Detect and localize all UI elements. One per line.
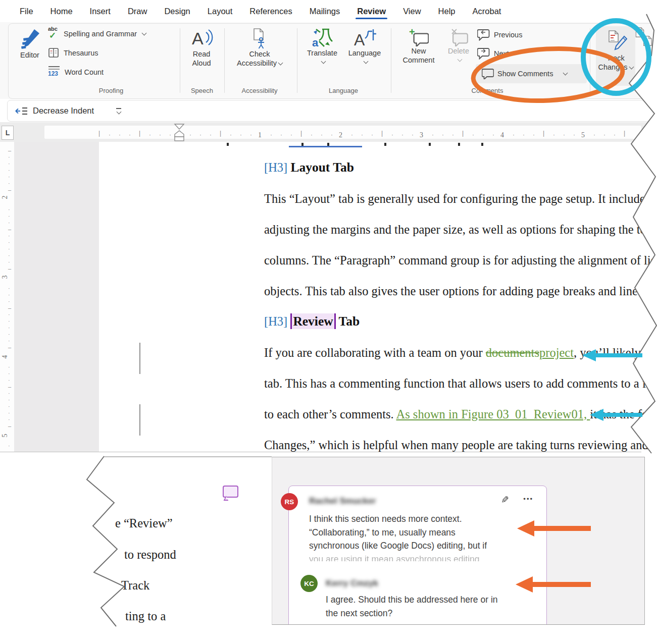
translate-button[interactable]: a Translate <box>304 27 340 63</box>
new-comment-icon: + <box>409 27 429 46</box>
group-separator <box>297 28 297 93</box>
previous-comment-button[interactable]: Previous <box>477 27 522 42</box>
comment-text: I think this section needs more context.… <box>309 512 487 561</box>
menu-tab-design[interactable]: Design <box>156 2 198 20</box>
svg-text:A: A <box>354 31 365 48</box>
menu-tab-layout[interactable]: Layout <box>199 2 241 20</box>
decrease-indent-split-chevron[interactable] <box>116 108 121 114</box>
menu-tab-draw[interactable]: Draw <box>119 2 156 20</box>
show-comments-button[interactable]: Show Comments <box>476 64 587 83</box>
vruler-number: 3 <box>1 276 9 279</box>
track-changes-icon <box>604 29 627 53</box>
doc-fragment: Track <box>121 578 149 593</box>
heading-layout-tab: [H3] Layout Tab <box>264 160 354 175</box>
menu-tab-insert[interactable]: Insert <box>81 2 119 20</box>
more-options-icon[interactable]: ••• <box>523 495 533 503</box>
menu-tab-view[interactable]: View <box>394 2 429 20</box>
hruler-number: 5 <box>581 131 585 139</box>
comment-anchor-bubble-icon[interactable] <box>223 486 238 498</box>
word-count-123-icon: 123 <box>48 66 61 78</box>
menu-tab-acrobat[interactable]: Acrobat <box>464 2 510 20</box>
doc-fragment: e “Review” <box>115 516 173 530</box>
menu-tab-mailings[interactable]: Mailings <box>301 2 349 20</box>
svg-text:A: A <box>192 29 204 48</box>
hruler-number: 4 <box>500 131 504 139</box>
tab-stop-selector[interactable]: L <box>2 126 14 140</box>
hruler-number: 2 <box>339 131 342 139</box>
group-separator <box>180 28 180 93</box>
delete-comment-icon <box>449 27 468 46</box>
chevron-down-icon <box>142 31 147 36</box>
next-comment-button[interactable]: Next <box>477 46 509 61</box>
speech-group-label: Speech <box>182 87 222 94</box>
paragraph-line: Changes,” which is helpful when many peo… <box>264 438 657 452</box>
thesaurus-book-icon <box>48 47 60 59</box>
comments-group-label: Comments <box>454 87 520 94</box>
chevron-down-icon <box>363 59 368 64</box>
menu-tab-review[interactable]: Review <box>348 2 394 20</box>
comment-author-blurred: Kerry Cmzyk <box>326 578 378 588</box>
clipped-line-remnants <box>99 142 654 148</box>
quick-toolbar: Decrease Indent <box>0 99 657 122</box>
edit-comment-pencil-icon[interactable]: ✎ <box>501 494 509 506</box>
bottom-document-fragment: e “Review” to respond Track ting to a <box>76 457 272 625</box>
menu-tab-file[interactable]: File <box>11 2 42 20</box>
ribbon: Editor abc ✓ Spelling and Grammar Thesau… <box>0 22 657 99</box>
word-window: File Home Insert Draw Design Layout Refe… <box>0 0 657 644</box>
vruler-number: 5 <box>1 434 9 438</box>
show-comments-icon <box>482 68 494 79</box>
read-aloud-button[interactable]: A Read Aloud <box>186 27 217 68</box>
next-comment-icon <box>477 47 490 60</box>
menu-tab-home[interactable]: Home <box>42 2 81 20</box>
previous-comment-icon <box>477 29 490 41</box>
translate-icon: a <box>311 27 333 48</box>
comments-panel: RS Rachel Smucker ✎ ••• I think this sec… <box>272 457 645 625</box>
tracked-insertion: project <box>539 346 574 359</box>
spelling-grammar-button[interactable]: abc ✓ Spelling and Grammar <box>48 26 146 41</box>
new-comment-button[interactable]: + New Comment <box>398 27 439 65</box>
proofing-group-label: Proofing <box>48 87 174 94</box>
thesaurus-button[interactable]: Thesaurus <box>48 45 98 61</box>
plus-glyph: + <box>409 27 415 37</box>
accessibility-group-label: Accessibility <box>228 87 291 94</box>
accessibility-icon <box>251 27 268 49</box>
menu-tab-references[interactable]: References <box>241 2 300 20</box>
paragraph-line: objects. This tab also gives the user op… <box>264 284 657 298</box>
chevron-down-icon <box>278 61 283 66</box>
document-page[interactable]: [H3] Layout Tab This “Layout” tab is gen… <box>99 142 657 452</box>
doc-fragment: ting to a <box>125 609 166 623</box>
spelling-abc-check-icon: abc ✓ <box>48 28 60 40</box>
torn-partial-page-icons <box>634 26 656 51</box>
editor-pencil-icon <box>19 28 40 50</box>
language-icon: A <box>353 27 376 48</box>
delete-comment-button[interactable]: Delete <box>443 27 474 61</box>
decrease-indent-toolbar: Decrease Indent <box>7 100 657 122</box>
tracked-deletion: documents <box>486 346 539 359</box>
editor-button[interactable]: Editor <box>14 28 45 60</box>
comment-reply-text: I agree. Should this be addressed here o… <box>326 593 498 620</box>
tracked-insertion-link: As shown in Figure 03_01_Review01, <box>396 407 590 421</box>
menu-bar: File Home Insert Draw Design Layout Refe… <box>0 0 657 22</box>
chevron-down-icon <box>629 65 634 70</box>
revision-change-bar <box>139 343 140 374</box>
paragraph-line: columns. The “Paragraph” command group i… <box>264 253 657 267</box>
avatar-rs: RS <box>281 493 298 510</box>
check-accessibility-button[interactable]: Check Accessibility <box>228 27 291 68</box>
decrease-indent-icon <box>15 106 28 116</box>
menu-tab-help[interactable]: Help <box>430 2 464 20</box>
paragraph-line: to each other’s comments. As shown in Fi… <box>264 407 657 421</box>
editor-label: Editor <box>20 50 39 60</box>
comment-card[interactable]: RS Rachel Smucker ✎ ••• I think this sec… <box>288 486 547 625</box>
chevron-down-icon <box>457 57 462 62</box>
doc-fragment: to respond <box>124 548 176 562</box>
hruler-number: 1 <box>258 131 262 139</box>
hruler-number: 3 <box>420 131 423 139</box>
indent-markers[interactable] <box>174 124 185 142</box>
chevron-down-icon <box>563 71 568 76</box>
avatar-kc: KC <box>300 575 318 592</box>
language-button[interactable]: A Language <box>346 27 383 63</box>
decrease-indent-button[interactable]: Decrease Indent <box>33 106 94 116</box>
word-count-button[interactable]: 123 Word Count <box>48 65 104 80</box>
track-changes-button[interactable]: Track Changes <box>596 26 635 86</box>
svg-text:a: a <box>312 36 319 48</box>
